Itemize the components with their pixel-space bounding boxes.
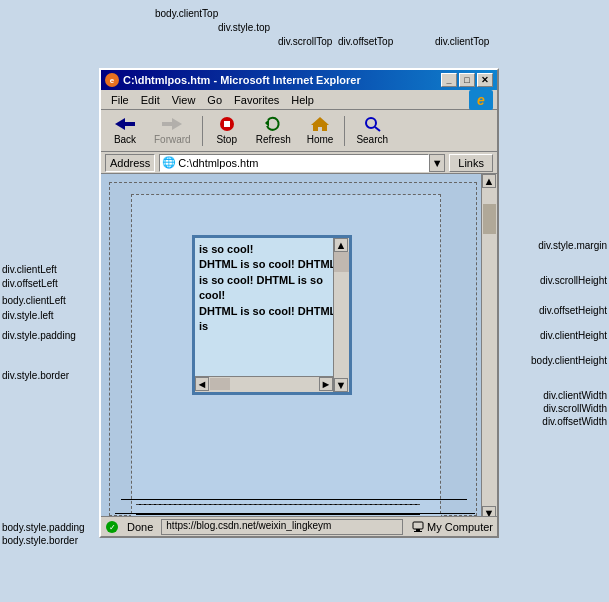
svg-line-9 bbox=[375, 127, 380, 131]
status-zone: My Computer bbox=[411, 520, 493, 534]
inner-width-line bbox=[136, 514, 420, 515]
div-text: is so cool!DHTML is so cool! DHTML is so… bbox=[199, 242, 345, 334]
svg-point-8 bbox=[366, 118, 376, 128]
refresh-button[interactable]: Refresh bbox=[249, 113, 298, 148]
menu-favorites[interactable]: Favorites bbox=[228, 92, 285, 108]
div-content: is so cool!DHTML is so cool! DHTML is so… bbox=[195, 238, 349, 338]
computer-icon bbox=[411, 520, 425, 534]
win-scroll-up[interactable]: ▲ bbox=[482, 174, 496, 188]
refresh-label: Refresh bbox=[256, 134, 291, 145]
outer-area: body.clientTop div.style.top div.scrollT… bbox=[0, 0, 609, 602]
status-url: https://blog.csdn.net/weixin_lingkeym bbox=[161, 519, 403, 535]
svg-marker-3 bbox=[172, 118, 182, 130]
svg-marker-6 bbox=[265, 119, 269, 127]
menu-go[interactable]: Go bbox=[201, 92, 228, 108]
search-button[interactable]: Search bbox=[349, 113, 395, 148]
scrollbar-down-arrow[interactable]: ▼ bbox=[334, 378, 348, 392]
annotation-div-offset-top: div.offsetTop bbox=[338, 36, 393, 47]
back-button[interactable]: Back bbox=[105, 113, 145, 148]
stop-button[interactable]: Stop bbox=[207, 113, 247, 148]
title-bar: e C:\dhtmlpos.htm - Microsoft Internet E… bbox=[101, 70, 497, 90]
address-bar: Address 🌐 C:\dhtmlpos.htm ▼ Links bbox=[101, 152, 497, 174]
status-text: Done bbox=[127, 521, 153, 533]
scrollbar-up-arrow[interactable]: ▲ bbox=[334, 238, 348, 252]
refresh-icon bbox=[263, 116, 283, 132]
forward-button[interactable]: Forward bbox=[147, 113, 198, 148]
annotation-div-offset-height: div.offsetHeight bbox=[539, 305, 607, 316]
annotation-div-client-top-top: div.clientTop bbox=[435, 36, 489, 47]
status-zone-text: My Computer bbox=[427, 521, 493, 533]
window-title: C:\dhtmlpos.htm - Microsoft Internet Exp… bbox=[123, 74, 361, 86]
annotation-body-client-top: body.clientTop bbox=[155, 8, 218, 19]
address-input-wrapper: 🌐 C:\dhtmlpos.htm ▼ bbox=[159, 154, 445, 172]
menu-file[interactable]: File bbox=[105, 92, 135, 108]
menu-bar: File Edit View Go Favorites Help e bbox=[101, 90, 497, 110]
svg-rect-12 bbox=[413, 522, 423, 529]
title-buttons: _ □ ✕ bbox=[441, 73, 493, 87]
annotation-div-client-height: div.clientHeight bbox=[540, 330, 607, 341]
annotation-div-style-padding: div.style.padding bbox=[2, 330, 76, 341]
win-scroll-thumb-v[interactable] bbox=[483, 204, 496, 234]
annotation-body-style-border: body.style.border bbox=[2, 535, 78, 546]
minimize-button[interactable]: _ bbox=[441, 73, 457, 87]
annotation-div-style-border: div.style.border bbox=[2, 370, 69, 381]
close-button[interactable]: ✕ bbox=[477, 73, 493, 87]
scrollbar-left-arrow[interactable]: ◄ bbox=[195, 377, 209, 391]
back-icon bbox=[115, 116, 135, 132]
annotation-div-offset-left: div.offsetLeft bbox=[2, 278, 58, 289]
forward-label: Forward bbox=[154, 134, 191, 145]
maximize-button[interactable]: □ bbox=[459, 73, 475, 87]
annotation-body-style-padding: body.style.padding bbox=[2, 522, 85, 533]
address-dropdown[interactable]: ▼ bbox=[429, 154, 445, 172]
search-icon bbox=[362, 116, 382, 132]
svg-rect-13 bbox=[416, 529, 420, 531]
annotation-div-scroll-height: div.scrollHeight bbox=[540, 275, 607, 286]
toolbar-separator-2 bbox=[344, 116, 345, 146]
inner-offset-line bbox=[136, 504, 420, 505]
svg-rect-2 bbox=[162, 122, 172, 126]
div-scrollbar-v[interactable]: ▲ ▼ bbox=[333, 238, 349, 392]
body-client-width-line bbox=[121, 499, 467, 500]
status-bar: ✓ Done https://blog.csdn.net/weixin_ling… bbox=[101, 516, 497, 536]
ie-window: e C:\dhtmlpos.htm - Microsoft Internet E… bbox=[99, 68, 499, 538]
address-label: Address bbox=[105, 154, 155, 172]
address-value: C:\dhtmlpos.htm bbox=[178, 157, 258, 169]
body-offset-width-line bbox=[115, 513, 475, 514]
scrollbar-right-arrow[interactable]: ► bbox=[319, 377, 333, 391]
stop-icon bbox=[217, 116, 237, 132]
menu-edit[interactable]: Edit bbox=[135, 92, 166, 108]
ie-favicon: 🌐 bbox=[162, 156, 176, 169]
inner-div: is so cool!DHTML is so cool! DHTML is so… bbox=[131, 194, 441, 524]
svg-text:✓: ✓ bbox=[109, 523, 116, 532]
annotation-div-client-width: div.clientWidth bbox=[543, 390, 607, 401]
annotation-div-style-margin: div.style.margin bbox=[538, 240, 607, 251]
stop-label: Stop bbox=[216, 134, 237, 145]
svg-rect-1 bbox=[125, 122, 135, 126]
annotation-div-style-top: div.style.top bbox=[218, 22, 270, 33]
div-scrollbar-h[interactable]: ◄ ► bbox=[195, 376, 333, 392]
annotation-div-scroll-width: div.scrollWidth bbox=[543, 403, 607, 414]
annotation-div-offset-width: div.offsetWidth bbox=[542, 416, 607, 427]
title-bar-left: e C:\dhtmlpos.htm - Microsoft Internet E… bbox=[105, 73, 361, 87]
svg-marker-7 bbox=[311, 117, 329, 131]
scrollable-div: is so cool!DHTML is so cool! DHTML is so… bbox=[192, 235, 352, 395]
done-icon: ✓ bbox=[105, 520, 119, 534]
scrollbar-thumb-v[interactable] bbox=[334, 252, 349, 272]
toolbar-separator-1 bbox=[202, 116, 203, 146]
svg-rect-14 bbox=[414, 531, 422, 532]
address-input[interactable]: 🌐 C:\dhtmlpos.htm bbox=[159, 154, 429, 172]
menu-view[interactable]: View bbox=[166, 92, 202, 108]
window-scrollbar-v[interactable]: ▲ ▼ bbox=[481, 174, 497, 520]
annotation-body-client-height: body.clientHeight bbox=[531, 355, 607, 366]
menu-help[interactable]: Help bbox=[285, 92, 320, 108]
home-label: Home bbox=[307, 134, 334, 145]
links-button[interactable]: Links bbox=[449, 154, 493, 172]
back-label: Back bbox=[114, 134, 136, 145]
content-area: is so cool!DHTML is so cool! DHTML is so… bbox=[101, 174, 497, 536]
toolbar: Back Forward Stop Refresh Home bbox=[101, 110, 497, 152]
scrollbar-thumb-h[interactable] bbox=[210, 378, 230, 390]
ie-icon: e bbox=[105, 73, 119, 87]
ie-logo: e bbox=[469, 90, 493, 110]
home-button[interactable]: Home bbox=[300, 113, 341, 148]
annotation-div-scroll-top: div.scrollTop bbox=[278, 36, 332, 47]
